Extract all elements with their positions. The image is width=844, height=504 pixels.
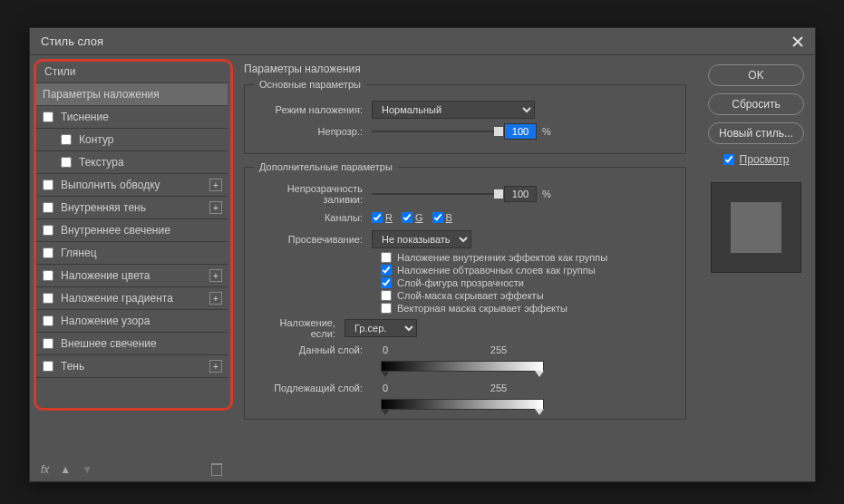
effect-checkbox[interactable] [43, 179, 53, 190]
fill-opacity-label: Непрозрачность заливки: [254, 183, 372, 205]
fill-opacity-unit: % [542, 189, 551, 199]
section-title: Параметры наложения [244, 63, 686, 75]
arrow-up-icon[interactable]: ▲ [60, 463, 71, 476]
sidebar-item-effect[interactable]: Наложение узора [35, 310, 228, 333]
channels-label: Каналы: [254, 212, 372, 223]
sidebar-item-label: Внутреннее свечение [61, 224, 222, 237]
trash-icon[interactable] [211, 463, 222, 476]
add-effect-icon[interactable]: + [209, 360, 222, 373]
sidebar-item-label: Внешнее свечение [61, 337, 222, 350]
sidebar-item-blending-options[interactable]: Параметры наложения [35, 83, 228, 106]
main-panel: Параметры наложения Основные параметры Р… [233, 55, 697, 481]
styles-header[interactable]: Стили [35, 61, 228, 83]
sidebar-item-effect[interactable]: Выполнить обводку+ [35, 174, 228, 197]
under-layer-v1: 255 [485, 383, 512, 393]
sidebar: Стили Параметры наложения ТиснениеКонтур… [30, 55, 233, 481]
sidebar-item-label: Наложение цвета [61, 269, 209, 282]
effect-checkbox[interactable] [61, 134, 72, 145]
sidebar-item-label: Внутренняя тень [61, 201, 209, 214]
sidebar-item-label: Контур [79, 133, 222, 146]
blend-if-label: Наложение, если: [254, 317, 344, 339]
preview-swatch [731, 202, 781, 253]
sidebar-item-effect[interactable]: Тень+ [35, 355, 228, 378]
opt-blend-clipped[interactable]: Наложение обтравочных слоев как группы [381, 265, 676, 276]
channel-r-checkbox[interactable]: R [372, 212, 393, 223]
effect-checkbox[interactable] [43, 338, 53, 349]
under-layer-v0: 0 [372, 383, 399, 393]
sidebar-item-effect[interactable]: Глянец [35, 242, 228, 265]
under-layer-gradient[interactable] [381, 399, 544, 410]
add-effect-icon[interactable]: + [209, 201, 222, 214]
general-legend: Основные параметры [254, 79, 366, 90]
sidebar-item-label: Текстура [79, 156, 222, 169]
opacity-slider[interactable] [372, 131, 499, 132]
new-style-button[interactable]: Новый стиль... [708, 122, 804, 144]
advanced-blending-group: Дополнительные параметры Непрозрачность … [244, 161, 686, 420]
arrow-down-icon[interactable]: ▼ [82, 463, 92, 476]
knockout-label: Просвечивание: [254, 234, 372, 245]
add-effect-icon[interactable]: + [209, 269, 222, 282]
sidebar-item-effect[interactable]: Внутреннее свечение [35, 219, 228, 242]
knockout-select[interactable]: Не показывать [372, 230, 471, 248]
opacity-label: Непрозр.: [254, 126, 372, 137]
effect-checkbox[interactable] [43, 225, 53, 236]
add-effect-icon[interactable]: + [209, 292, 222, 305]
opt-vector-mask-hides[interactable]: Векторная маска скрывает эффекты [381, 303, 676, 314]
this-layer-gradient[interactable] [381, 361, 544, 372]
add-effect-icon[interactable]: + [209, 179, 222, 191]
blend-if-section: Наложение, если: Гр.сер. Данный слой: 0 … [254, 317, 676, 410]
effect-checkbox[interactable] [43, 315, 53, 326]
sidebar-item-label: Глянец [61, 247, 222, 259]
this-layer-label: Данный слой: [254, 344, 372, 355]
channel-g-checkbox[interactable]: G [402, 212, 423, 223]
effect-checkbox[interactable] [43, 361, 53, 372]
general-blending-group: Основные параметры Режим наложения: Норм… [244, 79, 686, 154]
ok-button[interactable]: OK [708, 64, 804, 86]
sidebar-item-label: Тиснение [61, 111, 222, 123]
opt-transparency-shapes[interactable]: Слой-фигура прозрачности [381, 277, 676, 288]
blend-mode-label: Режим наложения: [254, 104, 372, 115]
dialog-title: Стиль слоя [41, 34, 103, 48]
opt-layer-mask-hides[interactable]: Слой-маска скрывает эффекты [381, 290, 676, 301]
sidebar-item-label: Наложение узора [61, 315, 222, 327]
sidebar-item-label: Тень [61, 360, 209, 373]
opt-blend-interior[interactable]: Наложение внутренних эффектов как группы [381, 252, 676, 263]
sidebar-item-effect[interactable]: Контур [35, 129, 228, 151]
close-icon[interactable] [791, 35, 804, 48]
this-layer-v1: 255 [485, 344, 512, 355]
sidebar-footer: fx ▲ ▼ [41, 463, 222, 476]
fx-icon[interactable]: fx [41, 463, 49, 476]
this-layer-v0: 0 [372, 344, 399, 355]
effect-checkbox[interactable] [43, 270, 53, 281]
fill-opacity-slider[interactable] [372, 193, 499, 195]
sidebar-item-effect[interactable]: Тиснение [35, 106, 228, 129]
effect-checkbox[interactable] [61, 157, 72, 168]
reset-button[interactable]: Сбросить [708, 93, 804, 115]
layer-style-dialog: Стиль слоя Стили Параметры наложения Тис… [29, 27, 816, 482]
effect-checkbox[interactable] [43, 293, 53, 304]
under-layer-label: Подлежащий слой: [254, 383, 372, 393]
sidebar-item-label: Выполнить обводку [61, 179, 209, 191]
preview-checkbox[interactable]: Просмотр [708, 153, 804, 166]
effect-checkbox[interactable] [43, 111, 53, 122]
titlebar: Стиль слоя [30, 28, 815, 55]
effect-checkbox[interactable] [43, 202, 53, 213]
opacity-input[interactable] [504, 123, 537, 140]
blend-if-select[interactable]: Гр.сер. [344, 319, 417, 337]
blend-mode-select[interactable]: Нормальный [372, 101, 535, 119]
channel-b-checkbox[interactable]: B [432, 212, 452, 223]
fill-opacity-input[interactable] [504, 186, 537, 202]
advanced-legend: Дополнительные параметры [254, 161, 398, 172]
right-panel: OK Сбросить Новый стиль... Просмотр [697, 55, 815, 481]
sidebar-item-effect[interactable]: Наложение цвета+ [35, 265, 228, 287]
sidebar-item-label: Наложение градиента [61, 292, 209, 305]
sidebar-item-effect[interactable]: Внутренняя тень+ [35, 197, 228, 219]
sidebar-item-effect[interactable]: Наложение градиента+ [35, 287, 228, 310]
sidebar-item-effect[interactable]: Текстура [35, 151, 228, 174]
sidebar-item-effect[interactable]: Внешнее свечение [35, 333, 228, 355]
preview-thumbnail [711, 182, 801, 273]
sidebar-item-label: Параметры наложения [43, 88, 222, 101]
opacity-unit: % [542, 126, 551, 137]
effect-checkbox[interactable] [43, 247, 53, 258]
